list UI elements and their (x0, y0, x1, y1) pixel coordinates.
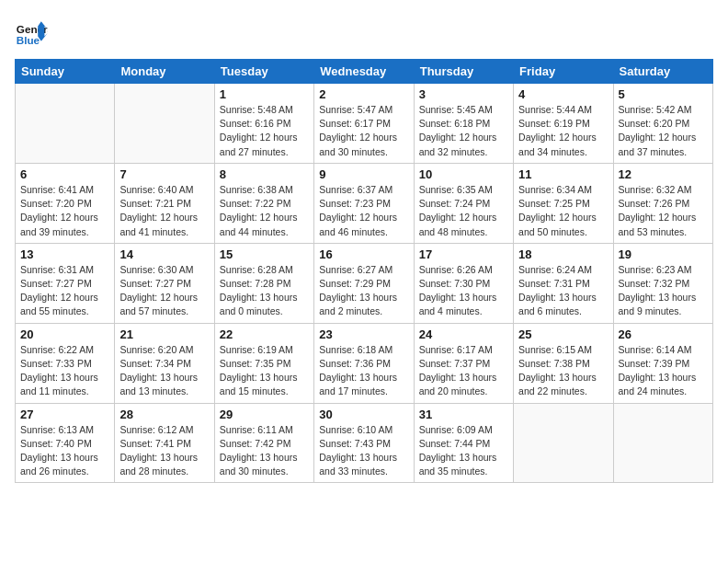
calendar-cell: 11Sunrise: 6:34 AM Sunset: 7:25 PM Dayli… (514, 163, 613, 243)
day-number: 22 (220, 327, 309, 341)
day-info: Sunrise: 6:19 AM Sunset: 7:35 PM Dayligh… (220, 343, 309, 399)
day-number: 19 (619, 247, 708, 261)
logo-icon: General Blue (15, 15, 48, 48)
week-row-3: 13Sunrise: 6:31 AM Sunset: 7:27 PM Dayli… (16, 243, 713, 323)
page-header: General Blue (15, 15, 713, 48)
weekday-friday: Friday (514, 60, 613, 84)
calendar-header: SundayMondayTuesdayWednesdayThursdayFrid… (16, 60, 713, 84)
day-number: 14 (119, 247, 209, 261)
calendar-cell: 9Sunrise: 6:37 AM Sunset: 7:23 PM Daylig… (314, 163, 414, 243)
day-number: 6 (20, 167, 109, 181)
day-number: 15 (220, 247, 309, 261)
day-number: 29 (220, 408, 309, 421)
day-number: 18 (518, 247, 608, 261)
day-number: 16 (319, 247, 408, 261)
day-info: Sunrise: 6:23 AM Sunset: 7:32 PM Dayligh… (619, 263, 708, 319)
calendar-cell: 8Sunrise: 6:38 AM Sunset: 7:22 PM Daylig… (214, 163, 313, 243)
day-info: Sunrise: 5:42 AM Sunset: 6:20 PM Dayligh… (619, 103, 708, 159)
day-info: Sunrise: 6:10 AM Sunset: 7:43 PM Dayligh… (319, 423, 408, 479)
day-info: Sunrise: 6:32 AM Sunset: 7:26 PM Dayligh… (619, 183, 708, 239)
weekday-thursday: Thursday (414, 60, 513, 84)
calendar-cell: 31Sunrise: 6:09 AM Sunset: 7:44 PM Dayli… (414, 403, 513, 483)
weekday-header-row: SundayMondayTuesdayWednesdayThursdayFrid… (16, 60, 713, 84)
day-info: Sunrise: 6:35 AM Sunset: 7:24 PM Dayligh… (419, 183, 508, 239)
calendar-cell: 22Sunrise: 6:19 AM Sunset: 7:35 PM Dayli… (214, 323, 313, 403)
day-info: Sunrise: 6:13 AM Sunset: 7:40 PM Dayligh… (20, 423, 109, 479)
day-info: Sunrise: 6:34 AM Sunset: 7:25 PM Dayligh… (518, 183, 608, 239)
day-info: Sunrise: 6:18 AM Sunset: 7:36 PM Dayligh… (319, 343, 408, 399)
calendar-cell (115, 84, 214, 164)
weekday-sunday: Sunday (16, 60, 115, 84)
calendar-cell: 2Sunrise: 5:47 AM Sunset: 6:17 PM Daylig… (314, 84, 414, 164)
calendar-cell: 17Sunrise: 6:26 AM Sunset: 7:30 PM Dayli… (414, 243, 513, 323)
day-number: 1 (220, 87, 309, 101)
calendar-cell: 18Sunrise: 6:24 AM Sunset: 7:31 PM Dayli… (514, 243, 613, 323)
day-number: 10 (419, 167, 508, 181)
day-info: Sunrise: 6:27 AM Sunset: 7:29 PM Dayligh… (319, 263, 408, 319)
day-number: 12 (619, 167, 708, 181)
day-info: Sunrise: 6:11 AM Sunset: 7:42 PM Dayligh… (220, 423, 309, 479)
calendar-cell: 7Sunrise: 6:40 AM Sunset: 7:21 PM Daylig… (115, 163, 214, 243)
weekday-saturday: Saturday (613, 60, 712, 84)
day-info: Sunrise: 6:22 AM Sunset: 7:33 PM Dayligh… (20, 343, 109, 399)
calendar-cell (16, 84, 115, 164)
day-info: Sunrise: 6:24 AM Sunset: 7:31 PM Dayligh… (518, 263, 608, 319)
day-info: Sunrise: 6:14 AM Sunset: 7:39 PM Dayligh… (619, 343, 708, 399)
day-number: 7 (119, 167, 209, 181)
week-row-5: 27Sunrise: 6:13 AM Sunset: 7:40 PM Dayli… (16, 403, 713, 483)
weekday-tuesday: Tuesday (214, 60, 313, 84)
day-number: 28 (119, 408, 209, 421)
day-number: 8 (220, 167, 309, 181)
day-number: 13 (20, 247, 109, 261)
calendar-cell: 16Sunrise: 6:27 AM Sunset: 7:29 PM Dayli… (314, 243, 414, 323)
week-row-2: 6Sunrise: 6:41 AM Sunset: 7:20 PM Daylig… (16, 163, 713, 243)
calendar-cell: 25Sunrise: 6:15 AM Sunset: 7:38 PM Dayli… (514, 323, 613, 403)
calendar-cell (514, 403, 613, 483)
calendar-cell: 3Sunrise: 5:45 AM Sunset: 6:18 PM Daylig… (414, 84, 513, 164)
svg-text:Blue: Blue (17, 34, 40, 46)
day-info: Sunrise: 6:37 AM Sunset: 7:23 PM Dayligh… (319, 183, 408, 239)
day-info: Sunrise: 6:20 AM Sunset: 7:34 PM Dayligh… (119, 343, 209, 399)
calendar-cell: 1Sunrise: 5:48 AM Sunset: 6:16 PM Daylig… (214, 84, 313, 164)
day-number: 20 (20, 327, 109, 341)
day-number: 24 (419, 327, 508, 341)
calendar-cell: 19Sunrise: 6:23 AM Sunset: 7:32 PM Dayli… (613, 243, 712, 323)
day-info: Sunrise: 6:15 AM Sunset: 7:38 PM Dayligh… (518, 343, 608, 399)
calendar-cell: 4Sunrise: 5:44 AM Sunset: 6:19 PM Daylig… (514, 84, 613, 164)
day-info: Sunrise: 5:47 AM Sunset: 6:17 PM Dayligh… (319, 103, 408, 159)
day-info: Sunrise: 6:17 AM Sunset: 7:37 PM Dayligh… (419, 343, 508, 399)
day-number: 17 (419, 247, 508, 261)
day-number: 5 (619, 87, 708, 101)
calendar-cell: 10Sunrise: 6:35 AM Sunset: 7:24 PM Dayli… (414, 163, 513, 243)
calendar-cell: 29Sunrise: 6:11 AM Sunset: 7:42 PM Dayli… (214, 403, 313, 483)
calendar-cell: 6Sunrise: 6:41 AM Sunset: 7:20 PM Daylig… (16, 163, 115, 243)
day-number: 23 (319, 327, 408, 341)
day-number: 26 (619, 327, 708, 341)
day-number: 25 (518, 327, 608, 341)
day-info: Sunrise: 6:31 AM Sunset: 7:27 PM Dayligh… (20, 263, 109, 319)
day-info: Sunrise: 6:28 AM Sunset: 7:28 PM Dayligh… (220, 263, 309, 319)
day-number: 4 (518, 87, 608, 101)
day-info: Sunrise: 6:12 AM Sunset: 7:41 PM Dayligh… (119, 423, 209, 479)
calendar-cell: 5Sunrise: 5:42 AM Sunset: 6:20 PM Daylig… (613, 84, 712, 164)
day-number: 30 (319, 408, 408, 421)
day-number: 11 (518, 167, 608, 181)
calendar-table: SundayMondayTuesdayWednesdayThursdayFrid… (15, 59, 713, 483)
day-number: 9 (319, 167, 408, 181)
calendar-cell: 26Sunrise: 6:14 AM Sunset: 7:39 PM Dayli… (613, 323, 712, 403)
calendar-cell: 21Sunrise: 6:20 AM Sunset: 7:34 PM Dayli… (115, 323, 214, 403)
day-info: Sunrise: 6:38 AM Sunset: 7:22 PM Dayligh… (220, 183, 309, 239)
day-info: Sunrise: 6:30 AM Sunset: 7:27 PM Dayligh… (119, 263, 209, 319)
day-info: Sunrise: 6:40 AM Sunset: 7:21 PM Dayligh… (119, 183, 209, 239)
calendar-cell: 24Sunrise: 6:17 AM Sunset: 7:37 PM Dayli… (414, 323, 513, 403)
day-number: 2 (319, 87, 408, 101)
calendar-cell: 23Sunrise: 6:18 AM Sunset: 7:36 PM Dayli… (314, 323, 414, 403)
weekday-monday: Monday (115, 60, 214, 84)
calendar-cell: 20Sunrise: 6:22 AM Sunset: 7:33 PM Dayli… (16, 323, 115, 403)
day-info: Sunrise: 6:26 AM Sunset: 7:30 PM Dayligh… (419, 263, 508, 319)
day-info: Sunrise: 6:41 AM Sunset: 7:20 PM Dayligh… (20, 183, 109, 239)
calendar-cell: 28Sunrise: 6:12 AM Sunset: 7:41 PM Dayli… (115, 403, 214, 483)
day-number: 27 (20, 408, 109, 421)
calendar-cell: 14Sunrise: 6:30 AM Sunset: 7:27 PM Dayli… (115, 243, 214, 323)
day-number: 3 (419, 87, 508, 101)
